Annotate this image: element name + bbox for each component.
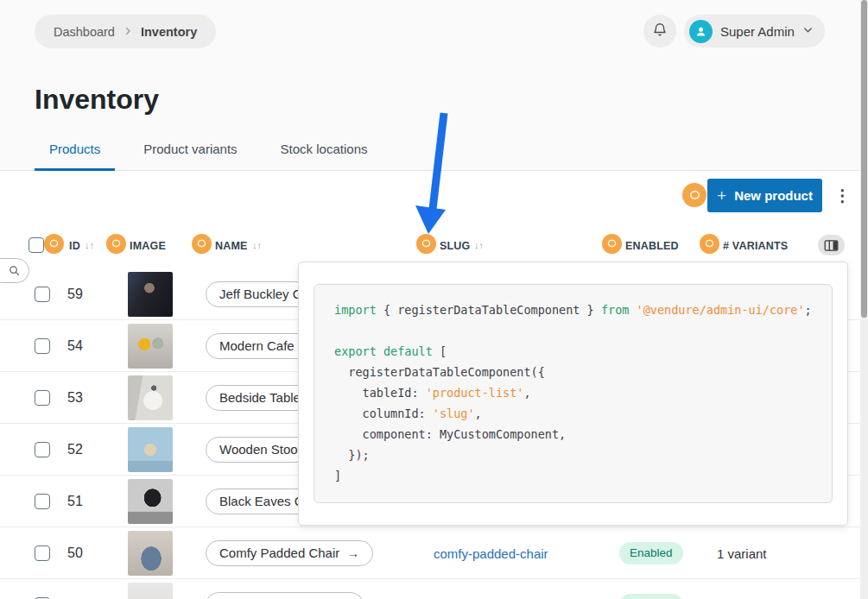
page-header-region: Dashboard Inventory Super Admin Inventor… [0,0,868,171]
code-line: tableId: 'product-list', [334,382,812,403]
code-line: export default [ [334,341,812,362]
code-line: ] [334,465,812,486]
row-checkbox[interactable] [35,494,50,509]
row-checkbox[interactable] [35,287,50,302]
row-id: 53 [67,390,83,406]
vendure-admin-inventory-page: Dashboard Inventory Super Admin Inventor… [0,0,868,599]
product-image [128,272,173,317]
scrollbar-thumb[interactable] [861,0,867,318]
product-image [128,479,173,524]
product-name-button[interactable]: Comfy Padded Chair→ [206,540,373,566]
row-checkbox[interactable] [35,390,50,406]
avatar [689,20,713,43]
product-name-button[interactable]: Wooden Side Desk→ [206,592,364,599]
breadcrumb-dashboard-link[interactable]: Dashboard [54,25,115,39]
ui-extension-badge-variants[interactable] [700,234,719,254]
variant-count: 1 variant [717,545,767,560]
row-id: 59 [67,287,83,302]
row-id: 52 [67,442,83,457]
sort-icon[interactable]: ↓↑ [252,240,262,250]
product-image [128,583,173,599]
bell-icon [652,22,668,41]
column-header-slug: SLUG [440,240,471,252]
sort-icon[interactable]: ↓↑ [85,240,94,250]
product-image [128,375,173,420]
product-name: Bedside Table [219,390,301,405]
row-id: 51 [67,494,83,509]
extension-seal-icon [704,238,715,249]
extension-seal-icon [48,238,60,249]
columns-icon [824,240,839,251]
user-name: Super Admin [720,24,795,39]
person-icon [694,25,707,38]
code-line: }); [334,445,812,465]
page-title: Inventory [35,84,159,116]
product-slug-link[interactable]: comfy-padded-chair [434,545,548,560]
extension-seal-icon [606,238,618,249]
ui-extension-badge[interactable] [682,183,706,207]
column-visibility-button[interactable] [818,235,845,255]
extension-seal-icon [421,238,432,249]
column-header-id: ID [69,240,80,252]
column-header-enabled: ENABLED [625,240,679,252]
row-id: 54 [67,338,83,354]
tab-product-variants[interactable]: Product variants [129,142,251,170]
user-menu-button[interactable]: Super Admin [684,15,825,47]
column-header-variants: # VARIANTS [723,240,788,252]
table-row: 49Wooden Side Desk→wooden-side-deskEnabl… [0,579,868,599]
chevron-down-icon [802,23,814,39]
breadcrumb: Dashboard Inventory [35,15,216,48]
arrow-right-icon: → [346,545,359,560]
more-actions-button[interactable]: ⋮ [834,184,850,208]
ui-extension-badge-enabled[interactable] [602,234,622,254]
product-image [128,531,173,576]
new-product-button[interactable]: + New product [707,179,822,212]
product-image [128,427,173,472]
row-checkbox[interactable] [35,338,50,354]
code-block: import { registerDataTableComponent } fr… [314,284,833,503]
breadcrumb-separator-icon [123,24,133,40]
row-checkbox[interactable] [35,442,50,457]
extension-seal-icon [196,238,207,249]
scrollbar-track [860,0,868,599]
tab-bar: Products Product variants Stock location… [35,142,396,170]
table-row: 50Comfy Padded Chair→comfy-padded-chairE… [0,527,868,579]
ui-extension-badge-id[interactable] [44,234,64,254]
ui-extension-badge-image[interactable] [106,234,126,254]
enabled-badge: Enabled [619,542,683,564]
product-name: Wooden Stool [219,442,301,457]
code-line: columnId: 'slug', [334,403,812,424]
column-header-name: NAME [215,240,248,252]
column-header-image: IMAGE [130,240,166,252]
code-popover: import { registerDataTableComponent } fr… [298,262,848,526]
enabled-badge: Enabled [619,594,683,599]
new-product-label: New product [734,188,813,203]
tab-stock-locations[interactable]: Stock locations [266,142,383,170]
product-image [128,324,173,369]
code-line [334,320,812,341]
code-line: import { registerDataTableComponent } fr… [334,300,812,320]
product-name: Comfy Padded Chair [219,545,339,560]
select-all-checkbox[interactable] [29,237,44,253]
notifications-button[interactable] [643,15,676,47]
sort-icon[interactable]: ↓↑ [474,240,484,250]
extension-seal-icon [111,238,122,249]
search-icon [8,264,21,277]
code-line: component: MyCustomComponent, [334,424,812,445]
ui-extension-badge-slug[interactable] [416,234,436,254]
tab-products[interactable]: Products [35,142,115,170]
code-line: registerDataTableComponent({ [334,362,812,382]
ui-extension-badge-name[interactable] [192,234,212,254]
row-id: 50 [67,545,83,561]
extension-seal-icon [688,189,701,202]
row-checkbox[interactable] [35,545,50,561]
search-button[interactable] [0,258,29,283]
plus-icon: + [717,187,726,204]
breadcrumb-current: Inventory [141,25,197,39]
